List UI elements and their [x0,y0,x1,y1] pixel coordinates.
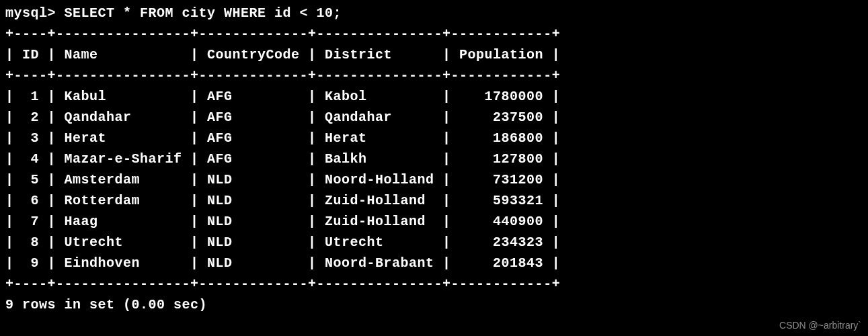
terminal-output: mysql> SELECT * FROM city WHERE id < 10;… [0,0,868,318]
watermark: CSDN @~arbitrary` [779,319,861,333]
